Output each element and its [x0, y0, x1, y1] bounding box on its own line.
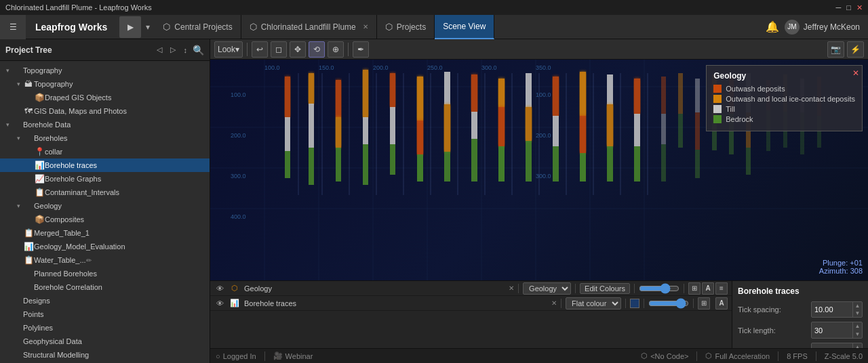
legend-label-bedrock: Bedrock: [726, 115, 753, 123]
svg-rect-31: [336, 80, 341, 117]
tree-item-planned-boreholes[interactable]: Planned Boreholes: [0, 267, 210, 280]
logged-in-label[interactable]: Logged In: [223, 352, 256, 360]
tree-item-label: Points: [23, 310, 44, 318]
move-tool[interactable]: ✥: [290, 41, 306, 58]
tree-item-designs[interactable]: Designs: [0, 294, 210, 307]
tab-scene-view[interactable]: Scene View: [435, 15, 494, 39]
borehole-color-swatch[interactable]: [630, 299, 639, 308]
tree-item-borehole-data[interactable]: ▾Borehole Data: [0, 118, 210, 131]
tick-spacing-input[interactable]: [812, 304, 852, 315]
borehole-grid-icon[interactable]: ⊞: [698, 297, 710, 309]
geology-opacity-slider[interactable]: [639, 283, 679, 294]
svg-rect-61: [607, 74, 613, 104]
borehole-visibility-toggle[interactable]: 👁: [214, 298, 225, 309]
svg-rect-43: [444, 72, 450, 104]
tree-item-contaminant-intervals[interactable]: 📋Contaminant_Intervals: [0, 186, 210, 199]
hamburger-icon: ☰: [9, 22, 17, 32]
lightning-tool[interactable]: ⚡: [847, 41, 864, 58]
tree-item-composites[interactable]: 📦Composites: [0, 213, 210, 226]
app-menu-button[interactable]: ☰: [0, 15, 26, 39]
tree-item-icon: 📊: [34, 161, 45, 170]
sidebar-resize[interactable]: ↕: [181, 45, 191, 56]
right-appbar: 🔔 JM Jeffrey McKeon: [766, 20, 868, 35]
tree-item-borehole-correlation[interactable]: Borehole Correlation: [0, 280, 210, 294]
tree-item-geophysical-data[interactable]: Geophysical Data: [0, 335, 210, 348]
tree-item-points[interactable]: Points: [0, 307, 210, 321]
tick-length-input[interactable]: [812, 325, 852, 336]
tick-length-spinner[interactable]: ▲ ▼: [852, 322, 862, 337]
sidebar-collapse-left[interactable]: ◁: [154, 44, 165, 56]
tree-item-topography[interactable]: ▾Topography: [0, 64, 210, 77]
borehole-style-dropdown[interactable]: Flat colour: [566, 297, 621, 309]
geology-visibility-toggle[interactable]: 👁: [214, 283, 225, 294]
svg-text:100.0: 100.0: [231, 91, 246, 98]
tree-item-merged-table-1[interactable]: 📋Merged_Table_1: [0, 226, 210, 240]
legend-close-button[interactable]: ✕: [852, 68, 859, 78]
borehole-sep-2: [625, 299, 626, 308]
tick-spacing-down[interactable]: ▼: [853, 309, 862, 317]
tick-length-up[interactable]: ▲: [853, 322, 862, 330]
layer-row-geology[interactable]: 👁 ⬡ Geology ✕ Geology Edit Colours: [210, 281, 732, 296]
tree-item-icon: 📋: [23, 228, 34, 238]
tree-item-borehole-graphs[interactable]: 📈Borehole Graphs: [0, 172, 210, 186]
tree-item-gis-data-maps-and-photos[interactable]: 🗺GIS Data, Maps and Photos: [0, 104, 210, 118]
tick-spacing-up[interactable]: ▲: [853, 302, 862, 309]
screenshot-tool[interactable]: 📷: [827, 41, 844, 58]
box-tool[interactable]: ◻: [271, 41, 287, 58]
borehole-layer-close[interactable]: ✕: [551, 299, 557, 307]
tree-item-water-table-[interactable]: 📋Water_Table_... ✏: [0, 253, 210, 267]
sidebar-search-button[interactable]: 🔍: [193, 45, 204, 56]
tree-item-label: Boreholes: [34, 134, 68, 142]
tree-item-topography[interactable]: ▾🏔Topography: [0, 77, 210, 91]
rotate-tool[interactable]: ⟲: [309, 41, 325, 58]
svg-rect-56: [553, 116, 559, 146]
geology-list-icon[interactable]: ≡: [715, 282, 728, 295]
tree-item-geology[interactable]: ▾Geology: [0, 199, 210, 213]
tree-item-boreholes[interactable]: ▾Boreholes: [0, 131, 210, 145]
tab-chlorinated-landfill[interactable]: ⬡ Chlorinated Landfill Plume ✕: [241, 15, 377, 39]
geology-edit-colours-button[interactable]: Edit Colours: [580, 283, 630, 294]
tree-item-geology-model-evaluation[interactable]: 📊Geology_Model_Evaluation: [0, 240, 210, 253]
tree-item-structural-modelling[interactable]: Structural Modelling: [0, 348, 210, 362]
window-controls[interactable]: ─ □ ✕: [836, 3, 863, 12]
user-info[interactable]: JM Jeffrey McKeon: [785, 20, 860, 35]
tick-width-up[interactable]: ▲: [853, 343, 862, 348]
svg-rect-86: [695, 79, 700, 112]
sidebar-expand-right[interactable]: ▷: [167, 44, 178, 56]
play-button[interactable]: ▶: [119, 16, 141, 38]
webinar-label[interactable]: Webinar: [285, 352, 313, 360]
notifications-bell[interactable]: 🔔: [766, 20, 779, 33]
dropdown-arrow[interactable]: ▾: [141, 16, 155, 38]
draw-tool[interactable]: ✒: [353, 41, 369, 58]
svg-text:200.0: 200.0: [231, 132, 246, 139]
tab-projects[interactable]: ⬡ Projects: [377, 15, 435, 39]
layer-row-borehole-traces[interactable]: 👁 📊 Borehole traces ✕ Flat colour: [210, 296, 732, 311]
svg-rect-47: [471, 112, 477, 139]
tick-spacing-spinner[interactable]: ▲ ▼: [852, 302, 862, 317]
tab-chlorinated-close[interactable]: ✕: [363, 23, 368, 30]
tab-central-projects[interactable]: ⬡ Central Projects: [155, 15, 241, 39]
select-tool[interactable]: ↩: [252, 41, 268, 58]
minimize-button[interactable]: ─: [836, 3, 842, 12]
tab-scene-view-label: Scene View: [443, 22, 486, 31]
tree-item-extra: ✏: [86, 257, 92, 264]
geology-label-icon[interactable]: A: [702, 282, 714, 295]
tick-length-down[interactable]: ▼: [853, 330, 862, 338]
borehole-label-icon[interactable]: A: [715, 297, 728, 309]
geology-grid-icon[interactable]: ⊞: [688, 282, 701, 295]
geology-style-dropdown[interactable]: Geology: [523, 282, 571, 295]
close-button[interactable]: ✕: [856, 3, 863, 12]
borehole-opacity-slider[interactable]: [648, 298, 689, 309]
tree-item-collar[interactable]: 📍collar: [0, 145, 210, 158]
maximize-button[interactable]: □: [846, 3, 851, 12]
viewport[interactable]: 100.0 150.0 200.0 250.0 300.0 350.0 100.…: [210, 60, 868, 280]
properties-title: Borehole traces: [738, 286, 863, 296]
tree-item-draped-gis-objects[interactable]: 📦Draped GIS Objects: [0, 91, 210, 104]
look-dropdown[interactable]: Look ▾: [214, 41, 243, 58]
tick-width-spinner[interactable]: ▲ ▼: [852, 343, 862, 348]
tree-item-polylines[interactable]: Polylines: [0, 321, 210, 335]
tree-item-borehole-traces[interactable]: 📊Borehole traces: [0, 158, 210, 172]
tree-item-label: Planned Boreholes: [34, 270, 97, 278]
zoom-tool[interactable]: ⊕: [328, 41, 344, 58]
geology-layer-close[interactable]: ✕: [509, 284, 514, 292]
